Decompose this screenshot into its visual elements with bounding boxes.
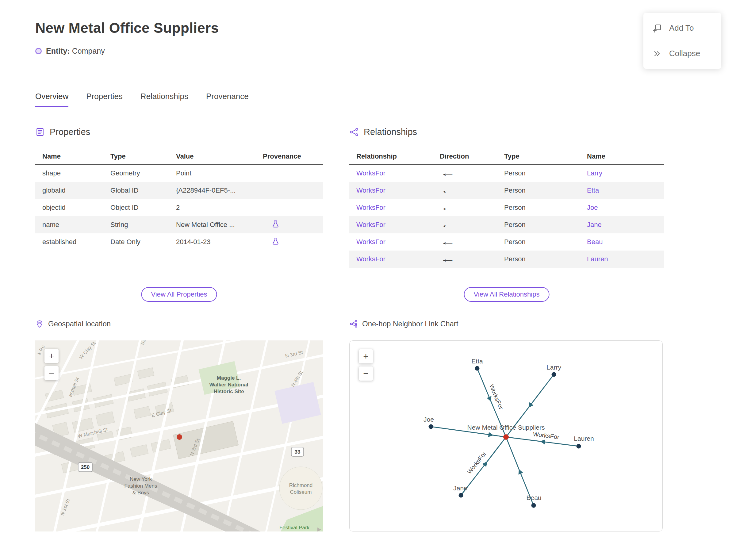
node-label-lauren: Lauren (574, 435, 594, 442)
relationships-table-header: Relationship Direction Type Name (349, 148, 664, 165)
relationship-link[interactable]: WorksFor (356, 169, 440, 177)
tab-relationships[interactable]: Relationships (140, 92, 188, 107)
node-label-etta: Etta (471, 358, 483, 365)
col-value: Value (176, 152, 263, 160)
relationships-panel: Relationships Relationship Direction Typ… (349, 127, 664, 302)
map-zoom-in-button[interactable]: + (44, 349, 59, 363)
svg-text:Maggie L.: Maggie L. (217, 375, 241, 381)
chart-zoom-in-button[interactable]: + (359, 349, 373, 363)
related-entity-link[interactable]: Jane (587, 221, 664, 229)
svg-text:Coliseum: Coliseum (290, 489, 312, 495)
route-shield-33: 33 (291, 447, 304, 456)
property-name: established (42, 238, 110, 246)
relationship-link[interactable]: WorksFor (356, 186, 440, 194)
node-label-larry: Larry (546, 364, 561, 371)
map-zoom-control: + − (44, 349, 59, 380)
direction-left-arrow-icon: ← (440, 186, 562, 195)
property-name: name (42, 221, 110, 229)
properties-form-icon (35, 127, 45, 137)
provenance-flask-icon[interactable] (271, 220, 323, 230)
col-type: Type (110, 152, 176, 160)
edge-label-worksfor: WorksFor (466, 450, 488, 475)
link-chart-canvas[interactable]: + − WorksFor WorksFor (349, 340, 663, 531)
property-row: globalid Global ID {A228944F-0EF5-... (35, 182, 323, 199)
property-value: 2014-01-23 (176, 238, 263, 246)
relationship-row: WorksFor ← Person Lauren (349, 251, 664, 268)
svg-text:Fashion Mens: Fashion Mens (125, 483, 157, 489)
svg-text:Richmond: Richmond (289, 482, 313, 488)
edge-label-worksfor: WorksFor (533, 431, 560, 440)
tab-bar: Overview Properties Relationships Proven… (35, 92, 736, 107)
relationships-network-icon (349, 127, 359, 137)
route-shield-250: 250 (78, 462, 92, 472)
double-chevron-right-icon (653, 49, 662, 58)
relationship-row: WorksFor ← Person Beau (349, 233, 664, 251)
provenance-flask-icon[interactable] (271, 237, 323, 247)
properties-section-title: Properties (50, 127, 90, 137)
relationship-link[interactable]: WorksFor (356, 238, 440, 246)
add-to-button[interactable]: Add To (643, 15, 721, 41)
property-row: objectid Object ID 2 (35, 199, 323, 216)
property-type: Date Only (110, 238, 176, 246)
node-jane[interactable] (459, 493, 463, 498)
direction-left-arrow-icon: ← (440, 203, 562, 213)
direction-left-arrow-icon: ← (440, 237, 562, 247)
node-beau[interactable] (531, 503, 536, 508)
tab-provenance[interactable]: Provenance (206, 92, 249, 107)
basemap: 250 33 k Ro W Clay St Sa N 3rd St N 4th … (35, 340, 323, 531)
entity-label: Entity: (46, 47, 70, 55)
view-all-properties-button[interactable]: View All Properties (141, 287, 217, 302)
col-name: Name (42, 152, 110, 160)
direction-left-arrow-icon: ← (440, 255, 562, 264)
col-relationship: Relationship (356, 152, 440, 160)
node-label-beau: Beau (526, 494, 541, 501)
related-entity-link[interactable]: Beau (587, 238, 664, 246)
property-name: globalid (42, 186, 110, 194)
property-type: Global ID (110, 186, 176, 194)
node-lauren[interactable] (577, 444, 581, 449)
node-larry[interactable] (552, 372, 556, 377)
related-entity-link[interactable]: Etta (587, 186, 664, 194)
col-direction: Direction (440, 152, 504, 160)
relationship-link[interactable]: WorksFor (356, 221, 440, 229)
tab-properties[interactable]: Properties (86, 92, 123, 107)
related-entity-link[interactable]: Lauren (587, 255, 664, 263)
node-center-entity[interactable] (503, 434, 509, 440)
related-entity-link[interactable]: Larry (587, 169, 664, 177)
svg-text:Walker National: Walker National (209, 382, 248, 388)
add-to-icon (653, 24, 662, 33)
tab-overview[interactable]: Overview (35, 92, 68, 107)
entity-summary: Entity: Company (35, 47, 736, 56)
property-row: shape Geometry Point (35, 165, 323, 182)
map-canvas[interactable]: + − (35, 340, 323, 531)
property-row: name String New Metal Office ... (35, 216, 323, 233)
map-pin-icon (35, 320, 44, 328)
svg-text:& Boys: & Boys (132, 490, 149, 496)
svg-text:250: 250 (81, 464, 90, 470)
link-chart-section-title: One-hop Neighbor Link Chart (362, 320, 458, 328)
entity-type-icon (35, 48, 42, 54)
related-entity-link[interactable]: Joe (587, 204, 664, 212)
svg-text:Historic Site: Historic Site (213, 389, 244, 394)
properties-table-header: Name Type Value Provenance (35, 148, 323, 165)
view-all-relationships-button[interactable]: View All Relationships (464, 287, 550, 302)
entity-type-value: Company (72, 47, 105, 55)
node-label-jane: Jane (453, 485, 467, 492)
property-value: 2 (176, 204, 263, 212)
chart-zoom-control: + − (359, 349, 373, 381)
col-type: Type (504, 152, 587, 160)
node-joe[interactable] (429, 424, 433, 429)
property-row: established Date Only 2014-01-23 (35, 233, 323, 251)
chart-zoom-out-button[interactable]: − (359, 366, 373, 381)
relationships-table: Relationship Direction Type Name WorksFo… (349, 148, 664, 268)
relationship-link[interactable]: WorksFor (356, 204, 440, 212)
node-etta[interactable] (475, 366, 480, 371)
property-value: New Metal Office ... (176, 221, 263, 229)
property-type: Object ID (110, 204, 176, 212)
page-title: New Metal Office Suppliers (35, 20, 736, 36)
map-zoom-out-button[interactable]: − (44, 366, 59, 380)
relationship-row: WorksFor ← Person Joe (349, 199, 664, 216)
collapse-button[interactable]: Collapse (643, 41, 721, 66)
map-location-marker[interactable] (177, 434, 182, 440)
relationship-link[interactable]: WorksFor (356, 255, 440, 263)
